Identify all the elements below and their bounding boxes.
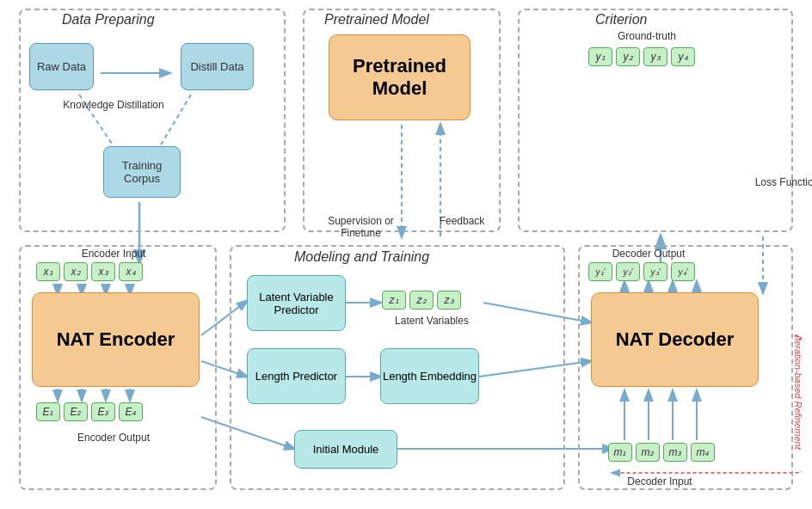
loss-function-label: Loss Function bbox=[748, 176, 812, 188]
data-preparing-title: Data Preparing bbox=[62, 12, 155, 28]
e2-token: E₂ bbox=[64, 402, 88, 421]
ground-truth-label: Ground-truth bbox=[595, 30, 698, 42]
e1-token: E₁ bbox=[36, 402, 60, 421]
criterion-title: Criterion bbox=[595, 12, 647, 28]
z2-token: z₂ bbox=[409, 291, 434, 310]
latent-variable-tokens: z₁ z₂ z₃ bbox=[382, 291, 461, 310]
y3p-token-top: y₃' bbox=[643, 262, 667, 281]
decoder-output-top-label: Decoder Output bbox=[588, 248, 709, 260]
raw-data-cylinder: Raw Data bbox=[29, 43, 94, 90]
supervision-label: Supervision or Finetune bbox=[316, 215, 406, 239]
training-corpus-label: Training Corpus bbox=[104, 159, 180, 185]
latent-predictor-label: Latent Variable Predictor bbox=[248, 291, 345, 316]
nat-encoder-label: NAT Encoder bbox=[57, 328, 175, 351]
decoder-input-tokens: m₁ m₂ m₃ m₄ bbox=[608, 443, 715, 462]
x3-token: x₃ bbox=[91, 262, 115, 281]
initial-module-label: Initial Module bbox=[313, 443, 379, 456]
pretrained-model-box: Pretrained Model bbox=[329, 34, 471, 120]
m3-token: m₃ bbox=[663, 443, 687, 462]
y4-token: y₄ bbox=[671, 47, 695, 66]
e3-token: E₃ bbox=[91, 402, 115, 421]
z3-token: z₃ bbox=[437, 291, 461, 310]
encoder-output-tokens: E₁ E₂ E₃ E₄ bbox=[36, 402, 143, 421]
length-predictor-label: Length Predictor bbox=[255, 370, 337, 383]
knowledge-distillation-label: Knowledge Distillation bbox=[45, 99, 182, 111]
y2p-token-top: y₂' bbox=[616, 262, 640, 281]
m1-token: m₁ bbox=[608, 443, 632, 462]
length-embedding-label: Length Embedding bbox=[383, 370, 477, 383]
x4-token: x₄ bbox=[119, 262, 143, 281]
pretrained-title: Pretrained Model bbox=[324, 12, 429, 28]
length-embedding-box: Length Embedding bbox=[380, 348, 479, 404]
modeling-title: Modeling and Training bbox=[294, 249, 429, 265]
initial-module-box: Initial Module bbox=[294, 430, 397, 469]
data-preparing-box bbox=[19, 9, 286, 232]
iteration-label: Iteration-based Refinement bbox=[793, 335, 812, 450]
e4-token: E₄ bbox=[119, 402, 143, 421]
raw-data-label: Raw Data bbox=[37, 60, 86, 73]
y1p-token-top: y₁' bbox=[588, 262, 612, 281]
encoder-output-label: Encoder Output bbox=[32, 432, 195, 444]
y3-token: y₃ bbox=[643, 47, 667, 66]
training-corpus-cylinder: Training Corpus bbox=[103, 146, 181, 198]
y2-token: y₂ bbox=[616, 47, 640, 66]
distill-data-cylinder: Distill Data bbox=[181, 43, 254, 90]
y1-token: y₁ bbox=[588, 47, 612, 66]
distill-data-label: Distill Data bbox=[190, 60, 243, 73]
decoder-input-label: Decoder Input bbox=[595, 475, 724, 488]
nat-encoder-box: NAT Encoder bbox=[32, 292, 200, 387]
decoder-output-top-tokens: y₁' y₂' y₃' y₄' bbox=[588, 262, 695, 281]
x2-token: x₂ bbox=[64, 262, 88, 281]
y4p-token-top: y₄' bbox=[671, 262, 695, 281]
encoder-input-label: Encoder Input bbox=[32, 248, 195, 260]
encoder-input-tokens: x₁ x₂ x₃ x₄ bbox=[36, 262, 143, 281]
nat-decoder-box: NAT Decoder bbox=[591, 292, 759, 387]
m2-token: m₂ bbox=[636, 443, 660, 462]
latent-variables-label: Latent Variables bbox=[380, 315, 483, 327]
latent-predictor-box: Latent Variable Predictor bbox=[247, 275, 346, 331]
x1-token: x₁ bbox=[36, 262, 60, 281]
length-predictor-box: Length Predictor bbox=[247, 348, 346, 404]
criterion-box bbox=[518, 9, 793, 232]
z1-token: z₁ bbox=[382, 291, 406, 310]
ground-truth-tokens: y₁ y₂ y₃ y₄ bbox=[588, 47, 695, 66]
pretrained-model-label: Pretrained Model bbox=[329, 55, 470, 100]
feedback-label: Feedback bbox=[432, 215, 492, 227]
m4-token: m₄ bbox=[691, 443, 715, 462]
nat-decoder-label: NAT Decoder bbox=[616, 328, 735, 351]
